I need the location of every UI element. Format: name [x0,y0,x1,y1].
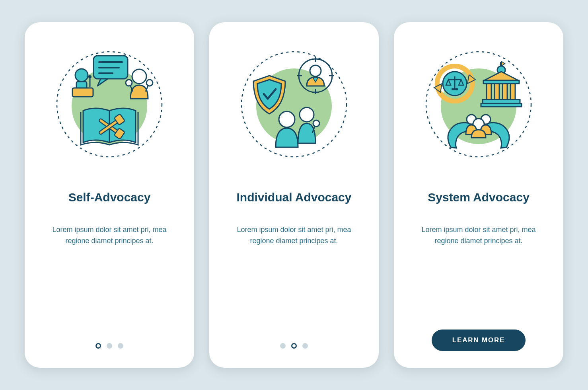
svg-rect-47 [502,84,507,99]
dot-2[interactable] [291,343,297,349]
svg-rect-48 [510,84,515,99]
screen-body: Lorem ipsum dolor sit amet pri, mea regi… [46,224,173,247]
screen-body: Lorem ipsum dolor sit amet pri, mea regi… [415,224,542,247]
svg-rect-50 [481,103,522,107]
svg-point-29 [313,120,319,127]
screen-title: Self-Advocacy [68,182,151,213]
dot-3[interactable] [118,343,123,349]
onboarding-screen-individual: Individual Advocacy Lorem ipsum dolor si… [209,22,379,368]
screen-title: Individual Advocacy [237,182,352,213]
svg-point-27 [310,65,321,76]
pagination-dots [280,343,308,349]
svg-point-12 [126,80,132,86]
onboarding-screen-self: Self-Advocacy Lorem ipsum dolor sit amet… [25,22,194,368]
system-advocacy-illustration [419,45,538,164]
screen-body: Lorem ipsum dolor sit amet pri, mea regi… [230,224,358,247]
svg-point-31 [279,111,295,127]
individual-advocacy-illustration [234,45,354,164]
screen-title: System Advocacy [428,182,530,213]
svg-marker-41 [501,61,505,66]
svg-rect-39 [452,88,458,90]
svg-point-11 [132,69,146,84]
svg-rect-4 [72,88,93,97]
dot-1[interactable] [95,343,101,349]
pagination-dots [95,343,123,349]
onboarding-screen-system: System Advocacy Lorem ipsum dolor sit am… [394,22,563,368]
learn-more-button[interactable]: LEARN MORE [432,330,526,351]
self-advocacy-illustration [50,45,169,164]
dot-1[interactable] [280,343,286,349]
dot-3[interactable] [302,343,308,349]
dot-2[interactable] [107,343,112,349]
svg-rect-45 [487,84,491,99]
svg-point-2 [75,69,88,82]
svg-point-13 [146,80,153,86]
svg-rect-46 [495,84,499,99]
svg-point-6 [88,75,92,78]
svg-point-28 [300,107,314,122]
